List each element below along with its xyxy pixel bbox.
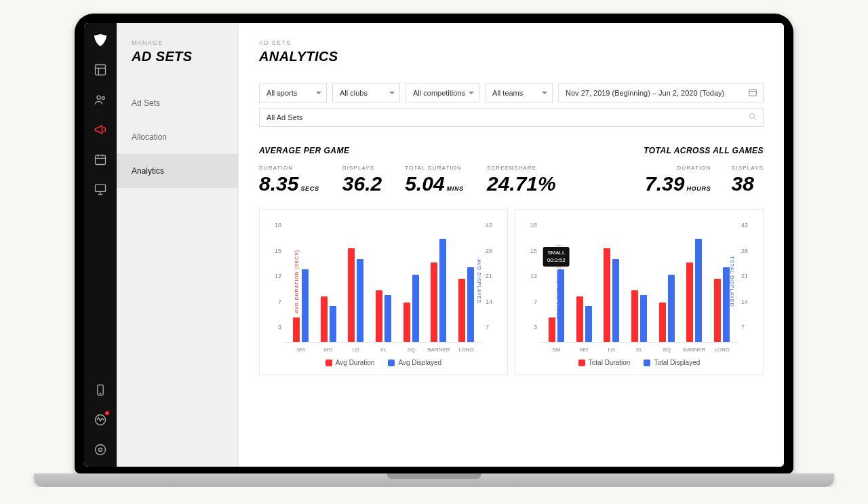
chart-total: TOTAL DURATION (HOURS)TOTAL DISPLAYED181… — [515, 209, 764, 375]
nav-presentation-icon[interactable] — [93, 182, 108, 197]
stat-value: 7.39 — [645, 172, 684, 195]
filter-team[interactable]: All teams — [485, 83, 553, 102]
legend-item[interactable]: Avg Displayed — [388, 359, 441, 366]
filter-sport[interactable]: All sports — [259, 83, 327, 102]
bar-group[interactable]: MD — [319, 296, 338, 342]
bar-series-0[interactable] — [686, 263, 693, 342]
bar-series-1[interactable] — [302, 269, 309, 342]
bar-group[interactable]: LONG — [713, 267, 732, 342]
stats-avg-head: AVERAGE PER GAME — [259, 146, 601, 155]
bar-series-1[interactable] — [467, 267, 474, 342]
bar-series-1[interactable] — [357, 259, 363, 342]
filter-competition-label: All competitions — [413, 89, 465, 97]
filter-row-2: All Ad Sets — [259, 108, 764, 127]
chart-legend: Total DurationTotal Displayed — [524, 359, 755, 366]
bar-series-0[interactable] — [376, 290, 382, 342]
bar-group[interactable]: BANNER — [685, 239, 704, 342]
y-axis-left: 18151273 — [524, 220, 540, 343]
subnav-item-adsets[interactable]: Ad Sets — [117, 86, 238, 120]
bar-group[interactable]: SQ — [657, 275, 676, 342]
subnav-eyebrow: MANAGE — [117, 39, 238, 46]
svg-rect-0 — [96, 65, 106, 75]
bar-series-1[interactable] — [384, 295, 391, 342]
bar-series-1[interactable] — [612, 259, 619, 342]
chevron-down-icon — [316, 92, 321, 97]
x-category: XL — [636, 347, 643, 353]
stat-value: 5.04 — [405, 172, 444, 195]
legend-swatch-icon — [388, 360, 395, 366]
x-category: LONG — [714, 347, 730, 353]
bar-group[interactable]: SMALL00:3:52SM — [547, 269, 566, 342]
bar-series-0[interactable] — [576, 296, 583, 342]
filter-competition[interactable]: All competitions — [406, 83, 479, 102]
nav-ads-icon[interactable] — [93, 122, 108, 137]
svg-point-13 — [100, 393, 100, 393]
bar-series-1[interactable] — [330, 306, 336, 342]
x-category: BANNER — [427, 347, 450, 353]
page-title: ANALYTICS — [259, 49, 764, 64]
stat-label: SCREENSHARE — [487, 165, 556, 171]
nav-calendar-icon[interactable] — [93, 152, 108, 167]
bar-series-1[interactable] — [585, 306, 592, 342]
laptop-mock: MANAGE AD SETS Ad Sets Allocation Analyt… — [75, 14, 793, 487]
filter-club-label: All clubs — [340, 89, 368, 97]
bar-series-0[interactable] — [659, 303, 666, 342]
y-axis-left: 18151273 — [268, 220, 284, 343]
legend-item[interactable]: Total Displayed — [644, 359, 700, 366]
bar-group[interactable]: XL — [374, 290, 393, 342]
svg-point-14 — [96, 415, 106, 425]
bar-series-1[interactable] — [640, 295, 647, 342]
svg-point-16 — [96, 445, 106, 455]
logo-eagle-icon[interactable] — [93, 33, 108, 47]
bar-series-0[interactable] — [549, 317, 555, 342]
bar-group[interactable]: LONG — [457, 267, 476, 342]
bar-series-1[interactable] — [412, 275, 419, 342]
filter-club[interactable]: All clubs — [332, 83, 400, 102]
stat-value: 38 — [732, 172, 754, 195]
subnav-item-analytics[interactable]: Analytics — [117, 154, 238, 188]
stat-value: 36.2 — [342, 172, 382, 195]
nav-settings-icon[interactable] — [93, 442, 108, 457]
bar-series-1[interactable] — [695, 239, 702, 342]
x-category: LG — [608, 347, 615, 353]
bar-series-0[interactable] — [403, 303, 410, 342]
bar-group[interactable]: SM — [291, 269, 310, 342]
bar-group[interactable]: SQ — [401, 275, 420, 342]
chart-legend: Avg DurationAvg Displayed — [268, 359, 499, 366]
legend-item[interactable]: Total Duration — [578, 359, 631, 366]
bar-series-0[interactable] — [604, 248, 610, 342]
bar-group[interactable]: XL — [629, 290, 648, 342]
bar-series-0[interactable] — [714, 279, 721, 342]
filter-daterange[interactable]: Nov 27, 2019 (Beginning) – Jun 2, 2020 (… — [558, 83, 764, 102]
bar-series-0[interactable] — [293, 317, 300, 342]
chart-avg: AVG DURATION (SECS)AVG DISPLAYED18151273… — [259, 209, 508, 375]
filter-team-label: All teams — [492, 89, 523, 97]
bar-group[interactable]: MD — [574, 296, 593, 342]
bar-series-0[interactable] — [458, 279, 465, 342]
chart-plot: SMMDLGXLSQBANNERLONG — [284, 220, 483, 343]
x-category: LG — [352, 347, 359, 353]
bar-series-1[interactable] — [439, 239, 446, 342]
y-axis-right: 422821147 — [483, 220, 499, 343]
bar-series-0[interactable] — [321, 296, 328, 342]
bar-series-0[interactable] — [431, 263, 437, 342]
nav-people-icon[interactable] — [93, 92, 108, 107]
x-category: SM — [296, 347, 304, 353]
bar-series-0[interactable] — [631, 290, 638, 342]
nav-dashboard-icon[interactable] — [93, 62, 108, 77]
nav-device-icon[interactable] — [93, 383, 108, 398]
bar-series-1[interactable] — [557, 269, 564, 342]
subnav-item-allocation[interactable]: Allocation — [117, 120, 238, 154]
bar-series-1[interactable] — [723, 267, 730, 342]
bar-group[interactable]: LG — [602, 248, 621, 342]
stats-total-head: TOTAL ACROSS ALL GAMES — [628, 146, 764, 155]
bar-group[interactable]: BANNER — [429, 239, 448, 342]
x-category: LONG — [458, 347, 474, 353]
legend-item[interactable]: Avg Duration — [326, 359, 375, 366]
bar-group[interactable]: LG — [347, 248, 366, 342]
filter-adsets[interactable]: All Ad Sets — [259, 108, 764, 127]
x-category: MD — [580, 347, 588, 353]
bar-series-0[interactable] — [348, 248, 355, 342]
bar-series-1[interactable] — [668, 275, 675, 342]
nav-activity-icon[interactable] — [93, 412, 108, 427]
